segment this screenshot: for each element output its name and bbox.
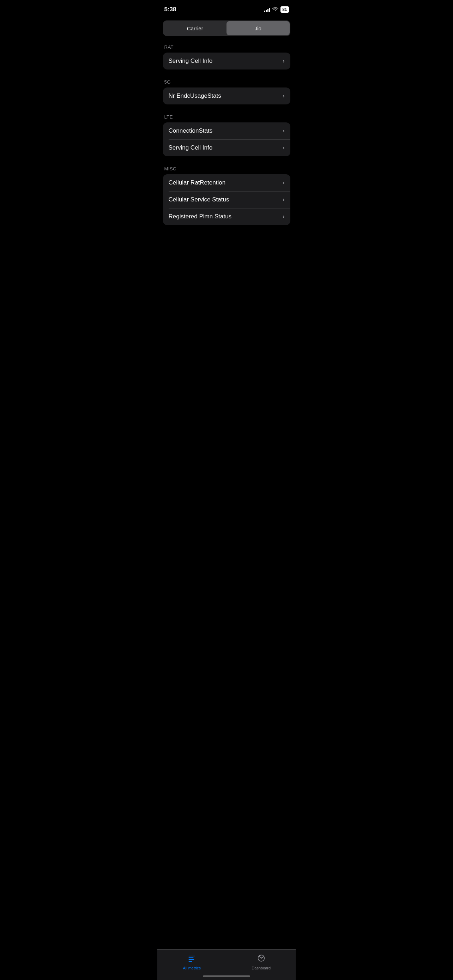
section-label-misc: MISC [163, 166, 290, 172]
cellular-service-label: Cellular Service Status [168, 196, 229, 203]
list-item-serving-cell-lte[interactable]: Serving Cell Info › [163, 139, 290, 156]
chevron-icon: › [283, 145, 285, 151]
status-time: 5:38 [164, 6, 176, 13]
list-item-connection-stats[interactable]: ConnectionStats › [163, 123, 290, 139]
segment-control[interactable]: Carrier Jio [163, 21, 290, 36]
nr-endc-label: Nr EndcUsageStats [168, 92, 221, 99]
chevron-icon: › [283, 213, 285, 220]
section-misc: MISC Cellular RatRetention › Cellular Se… [163, 166, 290, 225]
status-bar: 5:38 81 [157, 0, 296, 18]
battery-level: 81 [282, 7, 287, 12]
list-lte: ConnectionStats › Serving Cell Info › [163, 123, 290, 156]
segment-carrier[interactable]: Carrier [164, 21, 227, 35]
list-rat: Serving Cell Info › [163, 52, 290, 70]
list-item-nr-endc[interactable]: Nr EndcUsageStats › [163, 88, 290, 104]
section-lte: LTE ConnectionStats › Serving Cell Info … [163, 114, 290, 156]
section-label-rat: RAT [163, 45, 290, 50]
serving-cell-info-label-rat: Serving Cell Info [168, 57, 213, 65]
list-item-cellular-service[interactable]: Cellular Service Status › [163, 191, 290, 208]
list-item-serving-cell-rat[interactable]: Serving Cell Info › [163, 52, 290, 70]
status-icons: 81 [264, 6, 289, 13]
section-5g: 5G Nr EndcUsageStats › [163, 80, 290, 104]
chevron-icon: › [283, 180, 285, 186]
main-content: RAT Serving Cell Info › 5G Nr EndcUsageS… [157, 36, 296, 277]
chevron-icon: › [283, 196, 285, 203]
section-label-lte: LTE [163, 114, 290, 119]
list-misc: Cellular RatRetention › Cellular Service… [163, 174, 290, 225]
segment-jio[interactable]: Jio [227, 21, 290, 35]
chevron-icon: › [283, 58, 285, 64]
section-rat: RAT Serving Cell Info › [163, 45, 290, 70]
connection-stats-label: ConnectionStats [168, 127, 213, 134]
serving-cell-info-label-lte: Serving Cell Info [168, 144, 213, 151]
registered-plmn-label: Registered Plmn Status [168, 213, 232, 220]
battery-icon: 81 [280, 6, 289, 13]
list-item-registered-plmn[interactable]: Registered Plmn Status › [163, 208, 290, 225]
cellular-rat-label: Cellular RatRetention [168, 179, 226, 186]
chevron-icon: › [283, 128, 285, 134]
signal-bars-icon [264, 7, 270, 12]
list-5g: Nr EndcUsageStats › [163, 88, 290, 104]
wifi-icon [272, 7, 278, 12]
section-label-5g: 5G [163, 80, 290, 85]
chevron-icon: › [283, 93, 285, 99]
list-item-cellular-rat[interactable]: Cellular RatRetention › [163, 174, 290, 191]
